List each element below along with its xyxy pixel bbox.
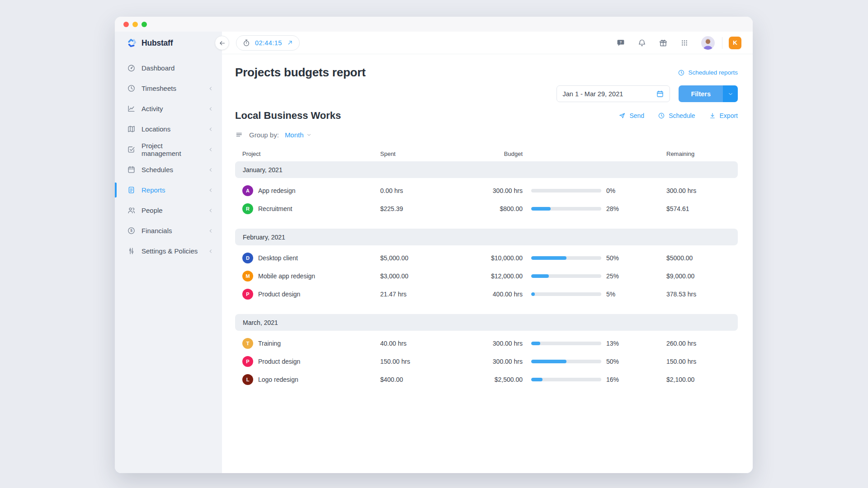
organization-name: Local Business Works: [235, 110, 341, 122]
maximize-window-button[interactable]: [142, 22, 147, 27]
scheduled-reports-label: Scheduled reports: [688, 69, 738, 76]
logo[interactable]: Hubstaff: [115, 32, 222, 54]
remaining-value: $574.61: [666, 205, 731, 212]
dollar-icon: [127, 226, 136, 235]
project-avatar: D: [242, 253, 253, 263]
user-avatar[interactable]: [701, 36, 715, 50]
chevron-left-icon: [208, 167, 214, 173]
topbar-divider: [722, 37, 722, 49]
schedule-button[interactable]: Schedule: [658, 112, 695, 119]
back-button[interactable]: [215, 36, 229, 50]
filters-dropdown-toggle[interactable]: [723, 85, 738, 102]
column-header-remaining: Remaining: [666, 150, 731, 157]
apps-grid-icon[interactable]: [680, 38, 689, 47]
send-icon: [618, 112, 626, 119]
open-timer-icon[interactable]: [287, 39, 293, 46]
gift-icon[interactable]: [659, 38, 668, 47]
sidebar-item-label: Schedules: [142, 166, 202, 174]
calendar-icon: [656, 90, 664, 98]
chevron-down-icon: [306, 132, 312, 138]
chevron-left-icon: [208, 126, 214, 132]
project-name: Product design: [258, 291, 300, 298]
project-avatar: P: [242, 289, 253, 300]
budget-percent: 0%: [606, 187, 615, 194]
clock-icon: [678, 69, 685, 76]
project-avatar: R: [242, 203, 253, 214]
project-name: Logo redesign: [258, 376, 298, 383]
close-window-button[interactable]: [123, 22, 129, 27]
table-row[interactable]: M Mobile app redesign $3,000.00 $12,000.…: [235, 267, 738, 285]
calendar-icon: [127, 165, 136, 174]
budget-progress-bar: [531, 256, 601, 260]
budget-progress-bar: [531, 292, 601, 296]
help-icon[interactable]: [616, 38, 625, 47]
project-name: App redesign: [258, 187, 296, 194]
spent-value: 40.00 hrs: [380, 340, 448, 347]
sidebar-item-label: Project management: [142, 142, 202, 157]
sidebar-item-locations[interactable]: Locations: [115, 119, 222, 139]
budget-percent: 5%: [606, 291, 615, 298]
group-by-label: Group by:: [249, 131, 279, 139]
page-title: Projects budgets report: [235, 66, 366, 80]
sidebar-item-project-management[interactable]: Project management: [115, 139, 222, 160]
table-row[interactable]: L Logo redesign $400.00 $2,500.00 16% $2…: [235, 371, 738, 389]
sidebar: Hubstaff Dashboard Timesheets Activity: [115, 32, 222, 473]
logo-text: Hubstaff: [142, 38, 173, 48]
group-by-select[interactable]: Month: [285, 131, 312, 139]
budget-progress-bar: [531, 189, 601, 192]
sidebar-item-label: Dashboard: [142, 64, 214, 72]
project-avatar: A: [242, 185, 253, 196]
remaining-value: 150.00 hrs: [666, 358, 731, 365]
sidebar-item-financials[interactable]: Financials: [115, 221, 222, 241]
filters-label[interactable]: Filters: [679, 85, 723, 102]
budget-percent: 13%: [606, 340, 619, 347]
timer-widget[interactable]: 02:44:15: [236, 35, 300, 51]
remaining-value: 378.53 hrs: [666, 291, 731, 298]
table-row[interactable]: D Desktop client $5,000.00 $10,000.00 50…: [235, 249, 738, 267]
date-range-picker[interactable]: Jan 1 - Mar 29, 2021: [557, 85, 670, 102]
sidebar-item-activity[interactable]: Activity: [115, 99, 222, 119]
table-row[interactable]: R Recruitment $225.39 $800.00 28% $574.6…: [235, 200, 738, 218]
filters-button[interactable]: Filters: [679, 85, 738, 102]
sidebar-item-reports[interactable]: Reports: [115, 180, 222, 200]
clock-icon: [127, 84, 136, 93]
table-row[interactable]: A App redesign 0.00 hrs 300.00 hrs 0% 30…: [235, 182, 738, 200]
sliders-icon: [127, 247, 136, 255]
remaining-value: $9,000.00: [666, 272, 731, 280]
send-label: Send: [629, 112, 644, 119]
spent-value: 150.00 hrs: [380, 358, 448, 365]
schedule-label: Schedule: [669, 112, 695, 119]
project-name: Training: [258, 340, 281, 347]
sidebar-item-dashboard[interactable]: Dashboard: [115, 58, 222, 78]
chevron-left-icon: [208, 106, 214, 112]
remaining-value: 300.00 hrs: [666, 187, 731, 194]
project-name: Product design: [258, 358, 300, 365]
project-avatar: T: [242, 338, 253, 349]
report-icon: [127, 186, 136, 194]
budget-progress-bar: [531, 207, 601, 211]
column-header-spent: Spent: [380, 150, 448, 157]
group-lines-icon[interactable]: [235, 131, 243, 139]
table-row[interactable]: P Product design 150.00 hrs 300.00 hrs 5…: [235, 352, 738, 371]
sidebar-item-label: Settings & Policies: [142, 247, 202, 255]
sidebar-item-label: Timesheets: [142, 84, 202, 92]
account-badge[interactable]: K: [729, 37, 741, 49]
send-button[interactable]: Send: [618, 112, 644, 119]
sidebar-item-schedules[interactable]: Schedules: [115, 160, 222, 180]
sidebar-item-settings-policies[interactable]: Settings & Policies: [115, 241, 222, 261]
sidebar-item-label: People: [142, 206, 202, 214]
scheduled-reports-link[interactable]: Scheduled reports: [678, 69, 738, 76]
minimize-window-button[interactable]: [132, 22, 138, 27]
report-content: Projects budgets report Scheduled report…: [222, 54, 753, 473]
clock-icon: [658, 112, 665, 119]
bell-icon[interactable]: [637, 38, 646, 47]
stopwatch-icon: [242, 39, 250, 47]
sidebar-item-timesheets[interactable]: Timesheets: [115, 78, 222, 99]
table-row[interactable]: T Training 40.00 hrs 300.00 hrs 13% 260.…: [235, 334, 738, 352]
hubstaff-logo-icon: [127, 38, 137, 48]
spent-value: $225.39: [380, 205, 448, 212]
export-button[interactable]: Export: [709, 112, 738, 119]
budget-value: 300.00 hrs: [448, 340, 523, 347]
table-row[interactable]: P Product design 21.47 hrs 400.00 hrs 5%…: [235, 285, 738, 303]
sidebar-item-people[interactable]: People: [115, 200, 222, 221]
